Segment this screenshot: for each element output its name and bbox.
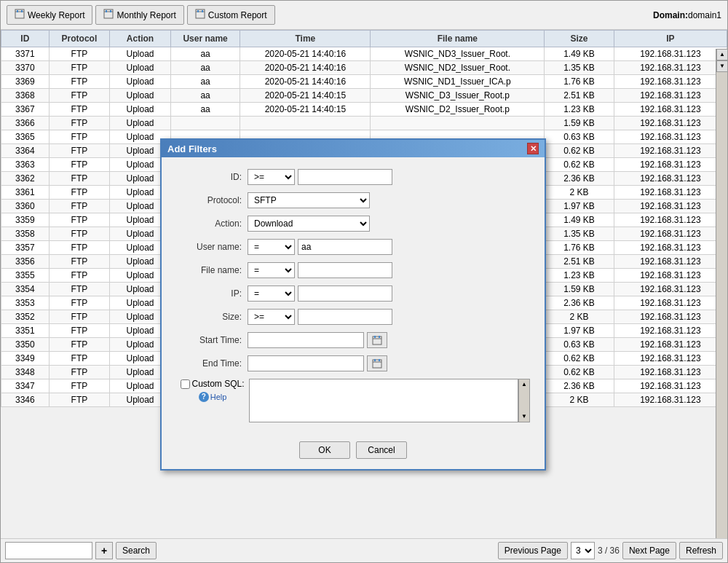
ip-value-input[interactable] xyxy=(298,286,392,302)
filename-label: File name: xyxy=(176,265,242,275)
modal-body: ID: >= <= = > < Protocol: SFTP FTP xyxy=(162,157,545,441)
size-label: Size: xyxy=(176,312,242,322)
main-window: Weekly Report Monthly Report xyxy=(0,0,728,563)
id-label: ID: xyxy=(176,172,242,182)
ok-button[interactable]: OK xyxy=(299,441,350,459)
sql-scrollbar[interactable]: ▲ ▼ xyxy=(518,379,530,422)
size-operator-select[interactable]: >= <= = > < xyxy=(248,309,295,325)
svg-rect-14 xyxy=(374,336,376,338)
add-filters-dialog: Add Filters ✕ ID: >= <= = > < xyxy=(160,138,546,471)
username-label: User name: xyxy=(176,242,242,252)
custom-sql-checkbox[interactable] xyxy=(181,379,190,389)
modal-overlay: Add Filters ✕ ID: >= <= = > < xyxy=(0,0,728,563)
modal-close-button[interactable]: ✕ xyxy=(527,143,539,154)
filename-row: File name: = != LIKE xyxy=(176,262,530,278)
ip-row: IP: = != LIKE xyxy=(176,286,530,302)
username-value-input[interactable] xyxy=(298,239,392,255)
size-value-input[interactable] xyxy=(298,309,392,325)
svg-rect-16 xyxy=(373,360,381,368)
svg-rect-18 xyxy=(374,359,376,361)
end-time-label: End Time: xyxy=(176,358,242,369)
ip-label: IP: xyxy=(176,288,242,299)
ip-operator-select[interactable]: = != LIKE xyxy=(248,286,295,302)
help-label: Help xyxy=(210,393,227,401)
end-time-row: End Time: xyxy=(176,355,530,371)
custom-sql-row: Custom SQL: ? Help ▲ ▼ xyxy=(176,379,530,422)
action-select[interactable]: Download Upload Delete Rename xyxy=(248,216,370,232)
id-value-input[interactable] xyxy=(298,169,392,185)
custom-sql-label: Custom SQL: xyxy=(191,379,244,389)
modal-titlebar: Add Filters ✕ xyxy=(162,140,545,157)
end-time-calendar-button[interactable] xyxy=(367,355,387,371)
id-row: ID: >= <= = > < xyxy=(176,169,530,185)
svg-rect-12 xyxy=(373,336,381,345)
help-icon: ? xyxy=(199,392,209,402)
sql-scroll-down[interactable]: ▼ xyxy=(519,412,529,422)
action-row: Action: Download Upload Delete Rename xyxy=(176,216,530,232)
cancel-button[interactable]: Cancel xyxy=(356,441,407,459)
sql-scroll-up[interactable]: ▲ xyxy=(519,379,529,390)
start-time-label: Start Time: xyxy=(176,335,242,345)
protocol-label: Protocol: xyxy=(176,195,242,205)
username-operator-select[interactable]: = != LIKE xyxy=(248,239,295,255)
custom-sql-textarea[interactable] xyxy=(249,379,518,422)
svg-rect-15 xyxy=(379,336,380,338)
svg-rect-19 xyxy=(379,359,380,361)
start-time-calendar-button[interactable] xyxy=(367,332,387,348)
custom-sql-left: Custom SQL: ? Help xyxy=(176,379,249,402)
modal-title: Add Filters xyxy=(167,143,217,154)
start-time-input[interactable] xyxy=(248,332,364,348)
help-link[interactable]: ? Help xyxy=(199,392,227,402)
protocol-select[interactable]: SFTP FTP HTTP HTTPS xyxy=(248,192,370,208)
id-operator-select[interactable]: >= <= = > < xyxy=(248,169,295,185)
protocol-row: Protocol: SFTP FTP HTTP HTTPS xyxy=(176,192,530,208)
start-time-row: Start Time: xyxy=(176,332,530,348)
username-row: User name: = != LIKE xyxy=(176,239,530,255)
action-label: Action: xyxy=(176,218,242,229)
end-time-input[interactable] xyxy=(248,355,364,371)
filename-operator-select[interactable]: = != LIKE xyxy=(248,262,295,278)
size-row: Size: >= <= = > < xyxy=(176,309,530,325)
filename-value-input[interactable] xyxy=(298,262,392,278)
modal-footer: OK Cancel xyxy=(162,441,545,469)
